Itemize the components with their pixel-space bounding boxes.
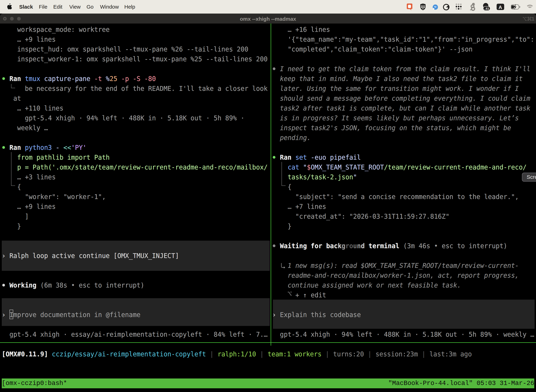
svg-text:..61: ..61 [484, 7, 489, 10]
svg-text:A: A [498, 5, 502, 10]
